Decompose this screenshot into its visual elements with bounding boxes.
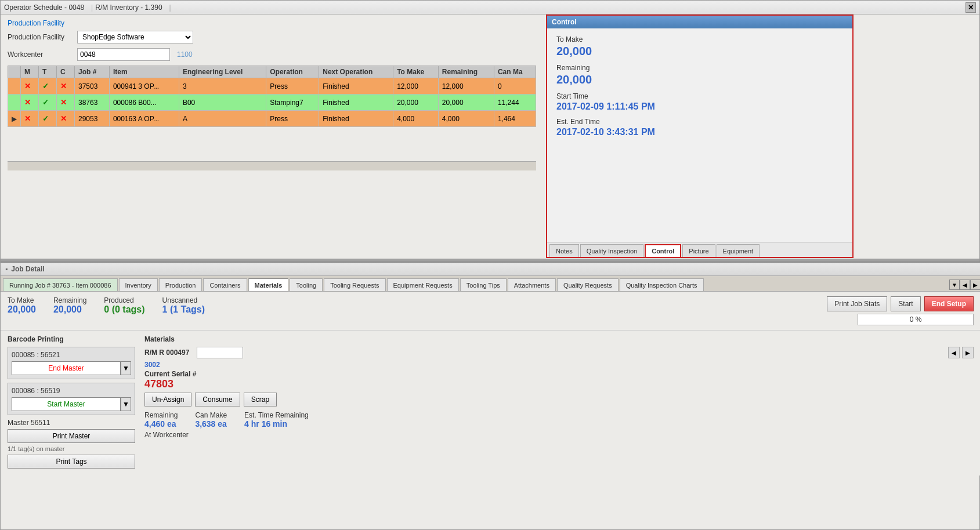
tab-inventory[interactable]: Inventory bbox=[119, 278, 158, 291]
table-cell: ✓ bbox=[39, 78, 57, 95]
serial-num-label: Current Serial # bbox=[144, 370, 309, 378]
workcenter-input[interactable] bbox=[77, 48, 170, 61]
remaining-stat-label: Remaining bbox=[53, 296, 86, 304]
control-tab[interactable]: Control bbox=[645, 244, 681, 257]
tab-production[interactable]: Production bbox=[159, 278, 202, 291]
progress-bar: 0 % bbox=[858, 314, 974, 325]
control-panel: Control To Make 20,000 Remaining 20,000 … bbox=[546, 14, 854, 258]
rm-header: R/M R 000497 bbox=[144, 347, 309, 358]
tab-equipment-requests[interactable]: Equipment Requests bbox=[387, 278, 459, 291]
col-nextop: Next Operation bbox=[319, 66, 393, 78]
start-time-value: 2017-02-09 1:11:45 PM bbox=[556, 101, 843, 112]
remaining-label: Remaining bbox=[556, 64, 843, 72]
table-cell: Stamping7 bbox=[266, 95, 319, 111]
print-job-stats-btn[interactable]: Print Job Stats bbox=[827, 296, 887, 311]
facility-link[interactable]: Production Facility bbox=[8, 19, 536, 27]
consume-btn[interactable]: Consume bbox=[195, 393, 240, 406]
col-t: T bbox=[39, 66, 57, 78]
tab-down-btn[interactable]: ▼ bbox=[949, 279, 960, 290]
tab-left-btn[interactable]: ◀ bbox=[960, 279, 970, 290]
est-end-value: 2017-02-10 3:43:31 PM bbox=[556, 127, 843, 137]
table-cell: ▶ bbox=[8, 111, 21, 127]
workcenter-number: 1100 bbox=[177, 50, 193, 59]
progress-pct: 0 % bbox=[910, 315, 922, 324]
tab-right-btn[interactable]: ▶ bbox=[970, 279, 980, 290]
materials-nav-arrows: ◀ ▶ bbox=[948, 347, 974, 358]
facility-select[interactable]: ShopEdge Software bbox=[77, 31, 193, 43]
col-m: M bbox=[21, 66, 39, 78]
table-row[interactable]: ✕✓✕38763000086 B00...B00Stamping7Finishe… bbox=[8, 95, 536, 111]
equipment-tab[interactable]: Equipment bbox=[717, 244, 760, 257]
table-cell: B00 bbox=[179, 95, 266, 111]
tab-tooling-tips[interactable]: Tooling Tips bbox=[460, 278, 507, 291]
rm-stats-row: Remaining 4,460 ea Can Make 3,638 ea Est… bbox=[144, 411, 309, 429]
main-window: Operator Schedule - 0048 | R/M Inventory… bbox=[0, 0, 980, 530]
barcode-title: Barcode Printing bbox=[8, 335, 135, 343]
table-row[interactable]: ✕✓✕37503000941 3 OP...3PressFinished12,0… bbox=[8, 78, 536, 95]
table-row[interactable]: ▶✕✓✕29053000163 A OP...APressFinished4,0… bbox=[8, 111, 536, 127]
table-cell bbox=[8, 78, 21, 95]
est-end-label: Est. End Time bbox=[556, 118, 843, 126]
materials-left: R/M R 000497 3002 Current Serial # 47803… bbox=[144, 347, 309, 439]
tab-tooling-requests[interactable]: Tooling Requests bbox=[324, 278, 385, 291]
produced-stat-label: Produced bbox=[104, 296, 144, 304]
active-job-tab[interactable]: Running Job # 38763 - Item 000086 bbox=[3, 278, 118, 291]
start-master-btn[interactable]: Start Master bbox=[12, 397, 121, 411]
title-bar: Operator Schedule - 0048 | R/M Inventory… bbox=[1, 1, 979, 14]
barcode-dropdown-2[interactable]: ▼ bbox=[121, 397, 131, 411]
stat-remaining: Remaining 20,000 bbox=[53, 296, 86, 315]
tab-materials[interactable]: Materials bbox=[248, 278, 289, 291]
table-scrollbar[interactable] bbox=[8, 161, 536, 170]
barcode-dropdown-1[interactable]: ▼ bbox=[121, 361, 131, 375]
end-master-btn[interactable]: End Master bbox=[12, 361, 121, 375]
close-button[interactable]: ✕ bbox=[965, 2, 976, 13]
end-setup-btn[interactable]: End Setup bbox=[924, 296, 974, 311]
barcode-printing-section: Barcode Printing 000085 : 56521 End Mast… bbox=[8, 335, 135, 471]
materials-prev-btn[interactable]: ◀ bbox=[948, 347, 960, 358]
unassign-btn[interactable]: Un-Assign bbox=[144, 393, 191, 406]
job-tabs: Running Job # 38763 - Item 000086 Invent… bbox=[1, 276, 980, 292]
col-job: Job # bbox=[75, 66, 110, 78]
top-section: Production Facility Production Facility … bbox=[1, 14, 543, 175]
tab-quality-requests[interactable]: Quality Requests bbox=[557, 278, 619, 291]
rm-canmake-label: Can Make bbox=[195, 411, 227, 419]
table-cell: ✓ bbox=[39, 111, 57, 127]
tab-attachments[interactable]: Attachments bbox=[508, 278, 556, 291]
table-cell: Press bbox=[266, 111, 319, 127]
table-cell: Press bbox=[266, 78, 319, 95]
remaining-stat-val: 20,000 bbox=[53, 304, 86, 315]
print-master-btn[interactable]: Print Master bbox=[8, 429, 135, 443]
job-detail-icon: ▪ bbox=[5, 265, 8, 273]
rm-remaining-val: 4,460 ea bbox=[144, 419, 178, 429]
quality-inspection-tab[interactable]: Quality Inspection bbox=[580, 244, 643, 257]
col-canma: Can Ma bbox=[494, 66, 536, 78]
at-workcenter: At Workcenter bbox=[144, 431, 309, 439]
table-cell: 000163 A OP... bbox=[109, 111, 179, 127]
job-actions: Print Job Stats Start End Setup 0 % bbox=[827, 296, 974, 325]
rm-input[interactable] bbox=[197, 347, 243, 358]
table-cell: 000941 3 OP... bbox=[109, 78, 179, 95]
table-cell: 29053 bbox=[75, 111, 110, 127]
to-make-value: 20,000 bbox=[556, 45, 843, 58]
print-tags-btn[interactable]: Print Tags bbox=[8, 455, 135, 469]
start-btn[interactable]: Start bbox=[891, 296, 920, 311]
start-time-label: Start Time bbox=[556, 92, 843, 100]
table-cell: 11,244 bbox=[494, 95, 536, 111]
picture-tab[interactable]: Picture bbox=[682, 244, 715, 257]
scrap-btn[interactable]: Scrap bbox=[244, 393, 277, 406]
barcode-btn-row-1: End Master ▼ bbox=[12, 361, 131, 375]
table-cell: ✕ bbox=[21, 78, 39, 95]
tab-containers[interactable]: Containers bbox=[203, 278, 247, 291]
rm-remaining: Remaining 4,460 ea bbox=[144, 411, 178, 429]
to-make-stat-val: 20,000 bbox=[8, 304, 36, 315]
tags-label: 1/1 tag(s) on master bbox=[8, 445, 135, 452]
table-cell bbox=[8, 95, 21, 111]
facility-row: Production Facility ShopEdge Software bbox=[8, 31, 536, 43]
facility-label: Production Facility bbox=[8, 33, 77, 41]
to-make-stat-label: To Make bbox=[8, 296, 36, 304]
materials-next-btn[interactable]: ▶ bbox=[962, 347, 974, 358]
tab-tooling[interactable]: Tooling bbox=[290, 278, 323, 291]
tab2-text: R/M Inventory - 1.390 bbox=[95, 3, 162, 12]
tab-quality-charts[interactable]: Quality Inspection Charts bbox=[620, 278, 704, 291]
notes-tab[interactable]: Notes bbox=[549, 244, 579, 257]
